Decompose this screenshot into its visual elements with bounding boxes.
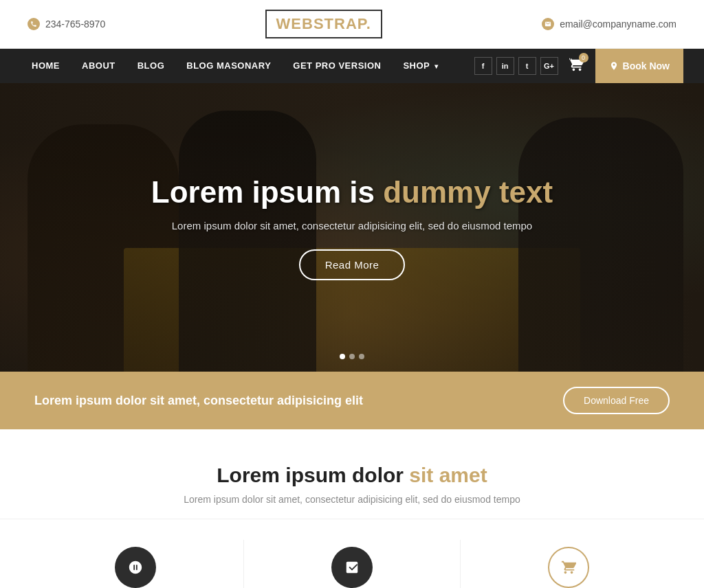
read-more-button[interactable]: Read More <box>299 249 406 280</box>
phone-section: 234-765-8970 <box>28 18 105 30</box>
nav-item-shop[interactable]: SHOP ▾ <box>392 49 449 84</box>
linkedin-icon[interactable]: in <box>496 57 514 75</box>
nav-link-home[interactable]: HOME <box>21 49 71 83</box>
download-free-button[interactable]: Download Free <box>563 387 670 414</box>
features-section-header: Lorem ipsum dolor sit amet Lorem ipsum d… <box>0 429 704 519</box>
email-section: email@companyname.com <box>542 18 676 30</box>
hero-background: Lorem ipsum is dummy text Lorem ipsum do… <box>0 83 704 372</box>
section-subtitle: Lorem ipsum dolor sit amet, consectetur … <box>28 494 676 505</box>
nav-item-about[interactable]: ABOUT <box>71 49 126 84</box>
hero-slider-dots <box>340 354 364 359</box>
twitter-icon[interactable]: t <box>518 57 536 75</box>
nav-item-get-pro[interactable]: GET PRO VERSION <box>282 49 392 84</box>
shop-dropdown-arrow: ▾ <box>432 63 438 70</box>
main-navbar: HOME ABOUT BLOG BLOG MASONARY GET PRO VE… <box>0 49 704 83</box>
top-bar: 234-765-8970 WEBSTRAP. email@companyname… <box>0 0 704 49</box>
email-address: email@companyname.com <box>560 19 676 30</box>
cart-icon[interactable]: 0 <box>569 57 584 75</box>
hero-content: Lorem ipsum is dummy text Lorem ipsum do… <box>124 174 580 281</box>
nav-item-home[interactable]: HOME <box>21 49 71 84</box>
phone-icon <box>28 18 40 30</box>
logo-part2: STRAP. <box>314 15 371 32</box>
feature-icon-2 <box>331 547 373 588</box>
section-title-accent: sit amet <box>409 464 487 486</box>
section-title: Lorem ipsum dolor sit amet <box>28 464 676 487</box>
feature-item-3 <box>461 540 676 588</box>
feature-item-2 <box>244 540 461 588</box>
email-icon <box>542 18 554 30</box>
nav-link-get-pro[interactable]: GET PRO VERSION <box>282 49 392 83</box>
promo-bar: Lorem ipsum dolor sit amet, consectetur … <box>0 372 704 429</box>
nav-link-blog[interactable]: BLOG <box>126 49 176 83</box>
nav-links: HOME ABOUT BLOG BLOG MASONARY GET PRO VE… <box>21 49 474 84</box>
logo-part1: WEB <box>276 15 314 32</box>
hero-subtitle: Lorem ipsum dolor sit amet, consectetur … <box>151 220 553 231</box>
nav-link-shop[interactable]: SHOP ▾ <box>392 49 449 84</box>
nav-item-blog[interactable]: BLOG <box>126 49 176 84</box>
features-row <box>0 519 704 588</box>
social-icons-group: f in t G+ <box>474 57 558 75</box>
googleplus-icon[interactable]: G+ <box>540 57 558 75</box>
section-title-plain: Lorem ipsum dolor <box>217 464 409 486</box>
site-logo[interactable]: WEBSTRAP. <box>265 10 382 38</box>
feature-icon-3 <box>548 547 589 588</box>
nav-item-blog-masonary[interactable]: BLOG MASONARY <box>175 49 282 84</box>
hero-dot-2[interactable] <box>349 354 355 359</box>
hero-section: Lorem ipsum is dummy text Lorem ipsum do… <box>0 83 704 372</box>
book-now-label: Book Now <box>623 60 670 71</box>
nav-link-about[interactable]: ABOUT <box>71 49 126 83</box>
cart-badge: 0 <box>579 53 588 63</box>
promo-bar-text: Lorem ipsum dolor sit amet, consectetur … <box>34 394 363 408</box>
book-now-button[interactable]: Book Now <box>595 49 683 83</box>
hero-title: Lorem ipsum is dummy text <box>151 174 553 211</box>
feature-item-1 <box>28 540 244 588</box>
feature-icon-1 <box>115 547 156 588</box>
phone-number: 234-765-8970 <box>45 19 105 30</box>
hero-title-plain: Lorem ipsum is <box>151 175 383 209</box>
hero-dot-3[interactable] <box>359 354 364 359</box>
hero-dot-1[interactable] <box>340 354 345 359</box>
nav-link-blog-masonary[interactable]: BLOG MASONARY <box>175 49 282 83</box>
facebook-icon[interactable]: f <box>474 57 492 75</box>
hero-title-accent: dummy text <box>383 175 553 209</box>
